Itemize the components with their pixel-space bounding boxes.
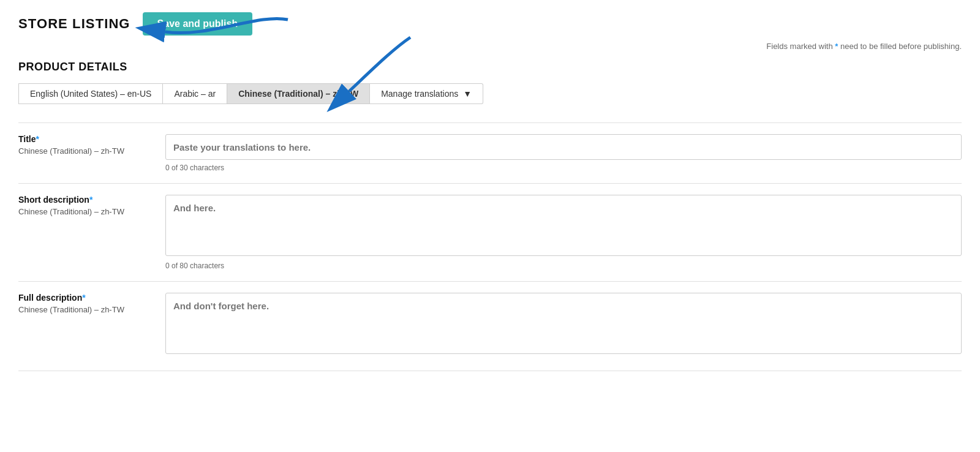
full-description-label: Full description*	[18, 293, 141, 303]
tab-english-us[interactable]: English (United States) – en-US	[18, 83, 162, 104]
title-input-col: 0 of 30 characters	[165, 134, 962, 172]
form-section: Title* Chinese (Traditional) – zh-TW 0 o…	[18, 122, 962, 371]
full-description-input[interactable]	[165, 293, 962, 354]
language-tabs-row: English (United States) – en-US Arabic –…	[18, 83, 962, 104]
arrow-to-button	[159, 7, 294, 56]
full-description-input-col	[165, 293, 962, 360]
field-row-title: Title* Chinese (Traditional) – zh-TW 0 o…	[18, 123, 962, 184]
chevron-down-icon: ▼	[463, 89, 472, 99]
full-description-locale: Chinese (Traditional) – zh-TW	[18, 305, 141, 314]
title-label: Title*	[18, 134, 141, 144]
full-description-label-col: Full description* Chinese (Traditional) …	[18, 293, 153, 360]
title-char-count: 0 of 30 characters	[165, 164, 962, 172]
product-details-title: PRODUCT DETAILS	[18, 61, 962, 73]
field-row-short-description: Short description* Chinese (Traditional)…	[18, 184, 962, 282]
arrow-to-chinese-tab	[312, 31, 435, 99]
short-description-input[interactable]	[165, 195, 962, 256]
title-input[interactable]	[165, 134, 962, 160]
short-description-input-col: 0 of 80 characters	[165, 195, 962, 270]
title-locale: Chinese (Traditional) – zh-TW	[18, 146, 141, 156]
title-label-col: Title* Chinese (Traditional) – zh-TW	[18, 134, 153, 172]
page-title: STORE LISTING	[18, 16, 130, 32]
short-description-char-count: 0 of 80 characters	[165, 262, 962, 270]
short-description-label: Short description*	[18, 195, 141, 205]
short-description-label-col: Short description* Chinese (Traditional)…	[18, 195, 153, 270]
short-description-locale: Chinese (Traditional) – zh-TW	[18, 207, 141, 216]
tab-arabic[interactable]: Arabic – ar	[162, 83, 227, 104]
field-row-full-description: Full description* Chinese (Traditional) …	[18, 282, 962, 371]
